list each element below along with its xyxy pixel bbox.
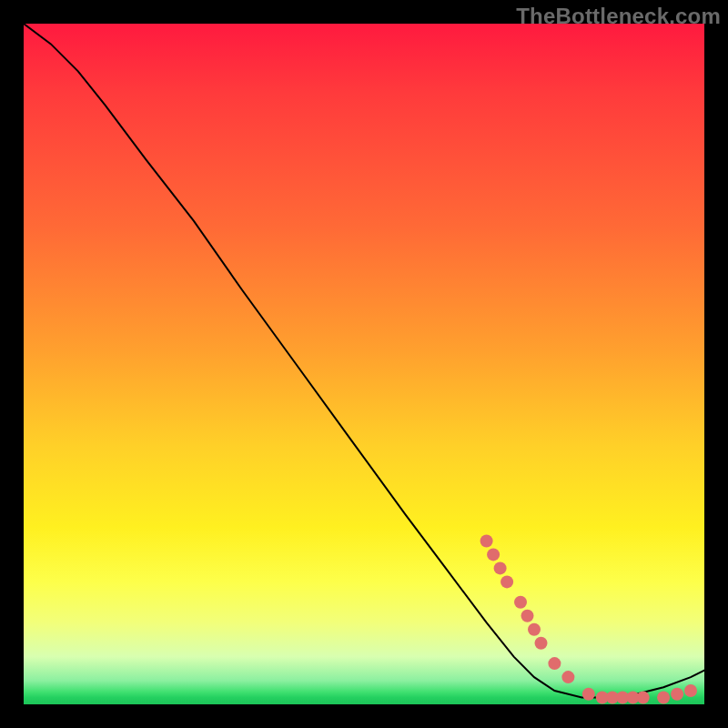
plot-area <box>24 24 704 704</box>
curve-marker <box>657 692 670 704</box>
watermark-text: TheBottleneck.com <box>516 4 721 29</box>
curve-marker <box>684 684 697 697</box>
curve-marker <box>535 637 548 650</box>
curve-marker <box>514 596 527 609</box>
curve-marker <box>494 561 507 574</box>
curve-marker <box>548 657 561 670</box>
curve-marker <box>480 535 493 548</box>
curve-marker <box>637 692 650 704</box>
curve-marker <box>487 548 500 561</box>
curve-marker <box>561 671 574 683</box>
curve-marker <box>521 610 534 622</box>
curve-marker <box>500 575 513 588</box>
curve-line <box>24 24 704 698</box>
chart-stage: TheBottleneck.com <box>0 0 728 728</box>
curve-marker <box>582 688 595 701</box>
curve-marker <box>671 688 683 701</box>
curve-marker <box>528 623 541 636</box>
chart-overlay <box>24 24 704 704</box>
curve-markers <box>480 535 697 704</box>
